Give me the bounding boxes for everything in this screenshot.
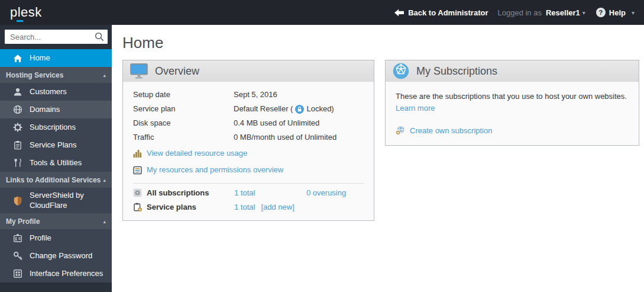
- view-resource-usage-link[interactable]: View detailed resource usage: [147, 149, 247, 158]
- main-content: Home Overview Setup date Sept 5, 2016: [112, 25, 644, 292]
- sidebar-item-service-plans[interactable]: Service Plans: [0, 136, 112, 154]
- sidebar-item-label: Subscriptions: [30, 123, 76, 132]
- topbar: plesk Back to Administrator Logged in as…: [0, 0, 644, 25]
- gear-icon: [12, 123, 22, 133]
- bar-chart-icon: [133, 149, 142, 158]
- stat-label: Service plans: [147, 202, 234, 212]
- grid-icon: [12, 269, 22, 279]
- clipboard-icon: [12, 140, 22, 150]
- stat-label: All subscriptions: [147, 188, 234, 198]
- subscriptions-overusing-link[interactable]: 0 overusing: [306, 188, 346, 198]
- sidebar-item-tools-utilities[interactable]: Tools & Utilities: [0, 154, 112, 172]
- back-to-administrator-link[interactable]: Back to Administrator: [394, 8, 488, 17]
- overview-panel-header: Overview: [123, 60, 374, 82]
- search-icon[interactable]: [95, 32, 104, 43]
- info-row-traffic: Traffic 0 MB/month used of Unlimited: [133, 133, 364, 142]
- info-row-service-plan: Service plan Default Reseller ( Locked): [133, 104, 364, 114]
- my-subscriptions-panel-header: My Subscriptions: [386, 60, 639, 82]
- globe-icon: [12, 105, 22, 115]
- plesk-logo[interactable]: plesk: [10, 6, 42, 19]
- my-subscriptions-panel-body: These are the subscriptions that you use…: [386, 82, 639, 145]
- subscriptions-total-link[interactable]: 1 total: [234, 188, 306, 198]
- subscriptions-description: These are the subscriptions that you use…: [396, 91, 629, 114]
- search-input[interactable]: [5, 30, 108, 44]
- monitor-icon: [130, 63, 148, 79]
- info-label: Service plan: [133, 104, 234, 114]
- all-subscriptions-row: All subscriptions 1 total 0 overusing: [133, 188, 364, 198]
- chevron-down-icon: ▾: [582, 9, 585, 16]
- overview-panel-body: Setup date Sept 5, 2016 Service plan Def…: [123, 82, 374, 220]
- sidebar-item-subscriptions[interactable]: Subscriptions: [0, 118, 112, 136]
- help-icon: ?: [596, 8, 606, 17]
- info-value: 0 MB/month used of Unlimited: [234, 133, 336, 142]
- gear-box-icon: [133, 188, 143, 197]
- sidebar-item-interface-preferences[interactable]: Interface Preferences: [0, 265, 112, 283]
- document-list-icon: [133, 166, 142, 175]
- sidebar-search: [0, 25, 112, 49]
- logo-underline: [17, 20, 23, 22]
- sidebar-section-additional-services[interactable]: Links to Additional Services ▴: [0, 172, 112, 188]
- page-title: Home: [122, 34, 644, 52]
- sidebar-item-label: Home: [30, 53, 50, 63]
- info-row-setup-date: Setup date Sept 5, 2016: [133, 90, 364, 100]
- collapse-caret-icon: ▴: [103, 72, 106, 78]
- section-label: Hosting Services: [6, 71, 63, 79]
- sidebar-item-home[interactable]: Home: [0, 49, 112, 67]
- logged-in-as-label: Logged in as: [497, 8, 541, 17]
- sidebar-item-label: Interface Preferences: [30, 269, 103, 278]
- customers-icon: [12, 87, 22, 97]
- topbar-right: Back to Administrator Logged in as Resel…: [394, 8, 644, 17]
- user-menu[interactable]: Reseller1 ▾: [546, 8, 585, 17]
- info-value: 0.4 MB used of Unlimited: [234, 118, 319, 128]
- locked-label: Locked): [306, 104, 334, 114]
- description-text: These are the subscriptions that you use…: [396, 92, 627, 101]
- sidebar-item-label: Tools & Utilities: [30, 158, 82, 168]
- service-plans-total-link[interactable]: 1 total: [234, 202, 255, 212]
- sidebar-item-change-password[interactable]: Change Password: [0, 247, 112, 265]
- create-own-subscription-link[interactable]: Create own subscription: [410, 126, 492, 135]
- sidebar: Home Hosting Services ▴ Customers Domain…: [0, 25, 112, 292]
- sidebar-item-label: Profile: [30, 233, 51, 243]
- key-icon: [12, 251, 22, 261]
- sidebar-item-label: Domains: [30, 105, 60, 114]
- logo-text: plesk: [10, 5, 42, 20]
- back-label: Back to Administrator: [408, 8, 488, 17]
- help-menu[interactable]: ? Help ▾: [596, 8, 635, 17]
- sidebar-section-my-profile[interactable]: My Profile ▴: [0, 213, 112, 229]
- info-value: Default Reseller ( Locked): [234, 104, 334, 114]
- sidebar-item-domains[interactable]: Domains: [0, 101, 112, 118]
- resources-permissions-link[interactable]: My resources and permissions overview: [147, 165, 283, 175]
- create-subscription-row: Create own subscription: [396, 126, 629, 135]
- info-label: Disk space: [133, 118, 234, 128]
- servershield-icon: [12, 195, 22, 206]
- tools-icon: [12, 158, 22, 168]
- my-subscriptions-panel: My Subscriptions These are the subscript…: [385, 60, 639, 146]
- info-row-disk-space: Disk space 0.4 MB used of Unlimited: [133, 118, 364, 128]
- service-plans-row: Service plans 1 total [add new]: [133, 202, 364, 212]
- overview-panel: Overview Setup date Sept 5, 2016 Service…: [122, 60, 374, 221]
- sidebar-item-label: Change Password: [30, 251, 92, 261]
- info-label: Setup date: [133, 90, 234, 100]
- overview-title: Overview: [155, 65, 199, 78]
- subscriptions-globe-icon: [393, 63, 409, 79]
- info-value: Sept 5, 2016: [234, 90, 277, 100]
- section-label: My Profile: [6, 217, 40, 226]
- sidebar-item-profile[interactable]: Profile: [0, 229, 112, 247]
- sidebar-item-customers[interactable]: Customers: [0, 83, 112, 101]
- resources-overview-row: My resources and permissions overview: [133, 165, 364, 175]
- section-label: Links to Additional Services: [6, 176, 101, 184]
- sidebar-item-servershield[interactable]: ServerShield by CloudFlare: [0, 188, 112, 213]
- user-name: Reseller1: [546, 8, 580, 17]
- sidebar-item-label: Service Plans: [30, 140, 76, 150]
- lock-icon: [295, 105, 304, 114]
- sidebar-item-label: ServerShield by CloudFlare: [30, 191, 93, 210]
- learn-more-link[interactable]: Learn more: [396, 104, 435, 113]
- service-plan-name: Default Reseller (: [234, 104, 293, 114]
- sidebar-section-hosting-services[interactable]: Hosting Services ▴: [0, 67, 112, 83]
- collapse-caret-icon: ▴: [103, 219, 106, 224]
- add-new-plan-link[interactable]: [add new]: [261, 202, 294, 212]
- globe-plus-icon: [396, 126, 405, 135]
- resource-usage-row: View detailed resource usage: [133, 149, 364, 158]
- sidebar-nav: Home Hosting Services ▴ Customers Domain…: [0, 49, 112, 283]
- chevron-down-icon: ▾: [632, 9, 635, 16]
